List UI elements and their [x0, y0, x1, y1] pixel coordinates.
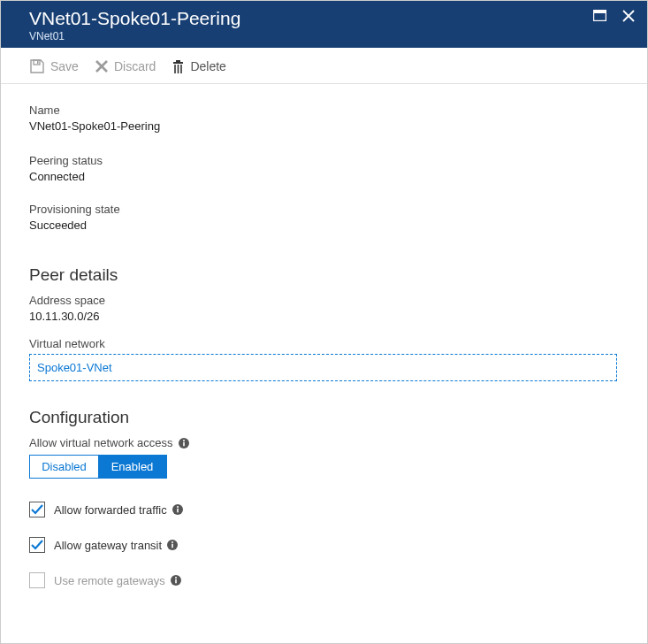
address-space-label: Address space	[29, 294, 619, 307]
maximize-icon[interactable]	[593, 10, 606, 25]
blade-content: Name VNet01-Spoke01-Peering Peering stat…	[1, 84, 647, 606]
svg-rect-14	[183, 441, 185, 446]
delete-button[interactable]: Delete	[172, 59, 225, 74]
status-value: Connected	[29, 170, 619, 183]
blade-subtitle: VNet01	[29, 30, 631, 42]
toggle-disabled[interactable]: Disabled	[30, 456, 98, 478]
allow-gateway-row: Allow gateway transit	[29, 537, 619, 553]
svg-rect-9	[176, 60, 180, 62]
svg-rect-23	[175, 579, 177, 584]
save-button[interactable]: Save	[29, 58, 79, 74]
save-label: Save	[50, 59, 79, 73]
allow-gateway-label: Allow gateway transit	[54, 539, 162, 552]
virtual-network-label: Virtual network	[29, 337, 619, 350]
info-icon[interactable]	[170, 574, 182, 586]
allow-forwarded-row: Allow forwarded traffic	[29, 502, 619, 518]
name-value: VNet01-Spoke01-Peering	[29, 119, 619, 133]
allow-forwarded-checkbox[interactable]	[29, 502, 45, 518]
name-label: Name	[29, 104, 619, 117]
status-label: Peering status	[29, 154, 619, 167]
command-bar: Save Discard Delete	[1, 48, 647, 84]
svg-rect-8	[173, 62, 183, 64]
blade-title: VNet01-Spoke01-Peering	[29, 7, 631, 29]
configuration-heading: Configuration	[29, 408, 619, 427]
svg-point-15	[183, 440, 185, 441]
use-remote-label: Use remote gateways	[54, 574, 165, 587]
discard-icon	[95, 59, 109, 73]
svg-rect-4	[34, 60, 40, 65]
address-space-value: 10.11.30.0/26	[29, 310, 619, 323]
discard-button[interactable]: Discard	[95, 59, 156, 73]
close-icon[interactable]	[622, 10, 635, 25]
allow-gateway-checkbox[interactable]	[29, 537, 45, 553]
svg-rect-5	[37, 61, 39, 64]
svg-point-21	[172, 541, 173, 543]
save-icon	[29, 58, 45, 74]
allow-forwarded-label: Allow forwarded traffic	[54, 503, 167, 517]
use-remote-row: Use remote gateways	[29, 572, 619, 588]
svg-point-18	[177, 506, 179, 508]
virtual-network-field[interactable]: Spoke01-VNet	[29, 354, 617, 381]
toggle-enabled[interactable]: Enabled	[98, 456, 166, 478]
info-icon[interactable]	[178, 437, 190, 449]
provisioning-label: Provisioning state	[29, 203, 619, 216]
provisioning-value: Succeeded	[29, 218, 619, 232]
delete-label: Delete	[190, 59, 225, 73]
info-icon[interactable]	[172, 503, 184, 516]
peer-details-heading: Peer details	[29, 265, 619, 285]
vnet-access-toggle[interactable]: Disabled Enabled	[29, 455, 167, 479]
blade-header: VNet01-Spoke01-Peering VNet01	[1, 1, 647, 48]
discard-label: Discard	[114, 59, 156, 73]
svg-rect-17	[177, 509, 179, 513]
allow-vnet-access-label: Allow virtual network access	[29, 436, 173, 449]
svg-point-24	[175, 577, 177, 579]
use-remote-checkbox[interactable]	[29, 572, 45, 588]
delete-icon	[172, 59, 185, 74]
virtual-network-link[interactable]: Spoke01-VNet	[37, 361, 112, 374]
svg-rect-1	[594, 11, 606, 14]
info-icon[interactable]	[166, 539, 179, 551]
svg-rect-20	[172, 544, 173, 548]
